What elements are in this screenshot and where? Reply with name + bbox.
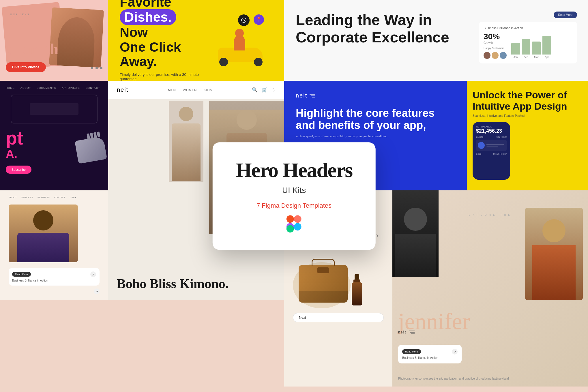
hero-headers-modal: Hero Headers UI Kits 7 Figma Design Temp… [213, 142, 376, 250]
lens-text: OUR LENS [10, 13, 30, 16]
photo2-card-header: Read More ↗ [402, 349, 458, 355]
fashion-content: Boho Bliss Kimono. [108, 277, 237, 300]
avatar-3 [500, 52, 507, 59]
bank-icon [478, 142, 485, 149]
food-illustration: 📍 [215, 12, 273, 69]
banking-amount: $21,456.23 [497, 136, 507, 138]
phone-balance-label: NET BALANCE [476, 125, 507, 128]
app-header: neit [296, 92, 455, 99]
spacer [6, 179, 102, 185]
nav-kids[interactable]: KIDS [204, 88, 212, 92]
nav-docs[interactable]: DOCUMENTS [37, 87, 56, 89]
neit-logo-small: neit [398, 330, 407, 335]
corporate-cell: Leading the Way in Corporate Excellence … [284, 0, 588, 81]
food-title-now: Now [120, 25, 148, 40]
read-more-button[interactable]: Read More [554, 12, 577, 18]
marketing-bottom: ↗ [9, 288, 100, 294]
fashion-header: neit MEN WOMEN KIDS 🔍 🛒 ♡ [108, 81, 284, 99]
corporate-title: Leading the Way in Corporate Excellence [296, 12, 479, 46]
bottle-cap [355, 274, 359, 280]
bag-handle [312, 259, 335, 266]
next-button[interactable]: Next [293, 313, 384, 322]
label-jan: Jan [511, 56, 520, 59]
marketing-card-label: Business Brilliance in Action [12, 279, 96, 282]
bottom-arrow-icon[interactable]: ↗ [94, 288, 100, 294]
svg-rect-10 [294, 215, 302, 223]
bag-body [299, 265, 348, 303]
photo-collage: OUR LENS er smith Dive into Photos [0, 0, 108, 81]
ai-text: A. [6, 147, 102, 160]
nav-men[interactable]: MEN [168, 88, 176, 92]
growth-value: 30% [484, 32, 507, 41]
marketing-card: Read More ↗ Business Brilliance in Actio… [9, 268, 100, 286]
nav-home[interactable]: HOME [6, 87, 15, 89]
mnav-contact[interactable]: CONTACT [54, 196, 65, 199]
food-title-line3: One Click Away. [120, 40, 181, 69]
marketing-nav: ABOUT SERVICES FEATURES CONTACT USA ▾ [9, 196, 100, 199]
app-desc: such as speed, ease of use, compatibilit… [296, 134, 455, 139]
marketing-cell: ABOUT SERVICES FEATURES CONTACT USA ▾ Re… [0, 190, 108, 300]
menu-small-icon [409, 330, 415, 334]
model2-body [172, 123, 201, 181]
avatar-2 [492, 52, 499, 59]
photo2-arrow[interactable]: ↗ [452, 349, 458, 355]
nav-about[interactable]: ABOUT [20, 87, 31, 89]
nav-contact[interactable]: CONTACT [86, 87, 100, 89]
svg-rect-9 [286, 215, 294, 223]
social-dot-3 [100, 67, 102, 69]
device-mockup [11, 95, 98, 123]
photo2-read-more[interactable]: Read More [402, 349, 421, 354]
app-title: Highlight the core features and benefits… [296, 107, 455, 132]
figma-logo [286, 215, 302, 232]
person-photo [49, 7, 104, 67]
svg-rect-13 [286, 225, 294, 232]
modal-figma-text: 7 Figma Design Templates [256, 202, 332, 209]
bar-jan [511, 43, 520, 55]
read-more-text[interactable]: Read More [12, 272, 31, 277]
nav-women[interactable]: WOMEN [183, 88, 197, 92]
label-apr: Apr [542, 56, 551, 59]
subscribe-button[interactable]: Subscribe [6, 166, 31, 174]
dark-person-head [404, 208, 427, 231]
chart-bars [511, 34, 551, 55]
corporate-card: Business Brilliance in Action 30% Growth… [479, 22, 577, 63]
explore-text: EXPLORE THE [469, 213, 512, 216]
mnav-services[interactable]: SERVICES [21, 196, 33, 199]
prompt-text: pt [6, 129, 102, 147]
photo2-cell: EXPLORE THE jennifer neit Read More ↗ Bu… [392, 190, 588, 387]
phone-amount: $21,456.23 [476, 128, 507, 134]
external-arrow[interactable]: ↗ [90, 271, 96, 277]
scooter-illustration [215, 37, 267, 66]
banking-card [476, 140, 507, 151]
corporate-chart: Read More Business Brilliance in Action … [479, 12, 577, 63]
svg-rect-12 [294, 223, 302, 230]
goals-row: Goals Dream Holiday [476, 153, 507, 155]
bar-apr [542, 36, 551, 55]
phone-banking-row: Banking $21,456.23 [476, 136, 507, 138]
model2-head [179, 107, 193, 121]
dream-label: Dream Holiday [493, 153, 507, 155]
bar-feb [522, 39, 530, 55]
bag-illustration [293, 251, 362, 308]
dark-person-body [395, 234, 436, 277]
card-label: Business Brilliance in Action [484, 26, 572, 30]
social-dot-2 [95, 67, 98, 69]
search-icon[interactable]: 🔍 [252, 87, 258, 93]
dive-button[interactable]: Dive into Photos [6, 62, 46, 72]
app-logo: neit [296, 92, 307, 99]
label-mar: Mar [532, 56, 541, 59]
heart-icon[interactable]: ♡ [271, 87, 276, 93]
mnav-about[interactable]: ABOUT [9, 196, 17, 199]
smith-text: er smith [6, 41, 58, 58]
svg-line-2 [244, 20, 245, 21]
mnav-usa[interactable]: USA ▾ [70, 196, 76, 199]
mnav-features[interactable]: FEATURES [38, 196, 50, 199]
dark-cell: HOME ABOUT DOCUMENTS API UPDATE CONTACT … [0, 81, 108, 190]
cart-icon[interactable]: 🛒 [262, 87, 267, 93]
modal-title: Hero Headers [236, 160, 353, 181]
device-screen-content [30, 103, 78, 115]
food-content: Your Favorite Dishes. Now One Click Away… [120, 0, 204, 81]
nav-api[interactable]: API UPDATE [62, 87, 80, 89]
bottle-neck [353, 280, 360, 282]
marketing-person-photo [9, 205, 78, 262]
